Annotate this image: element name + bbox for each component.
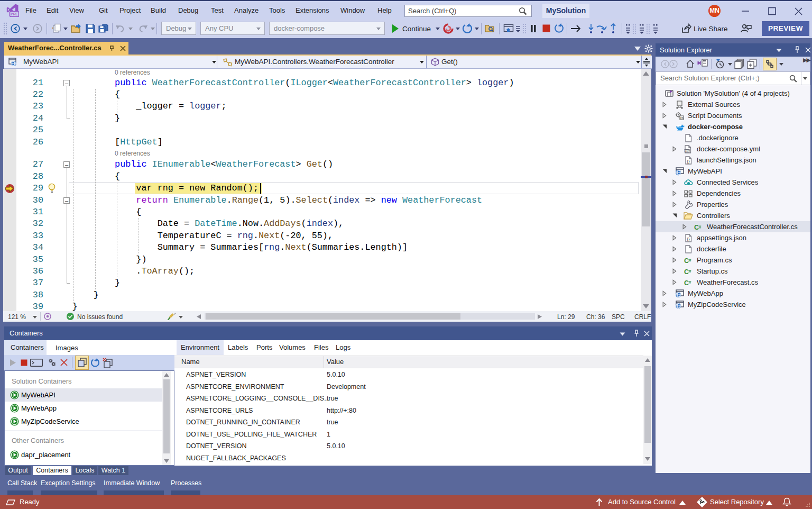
svg-text:JS: JS: [680, 116, 684, 120]
svg-text:PRE: PRE: [11, 12, 18, 16]
svg-text:#: #: [689, 280, 691, 285]
svg-text:#: #: [689, 269, 691, 274]
svg-text:#: #: [689, 258, 691, 263]
svg-text:{}: {}: [687, 159, 690, 163]
svg-text:{}: {}: [687, 237, 690, 241]
svg-text:#: #: [699, 224, 702, 230]
svg-text:YML: YML: [684, 149, 690, 152]
